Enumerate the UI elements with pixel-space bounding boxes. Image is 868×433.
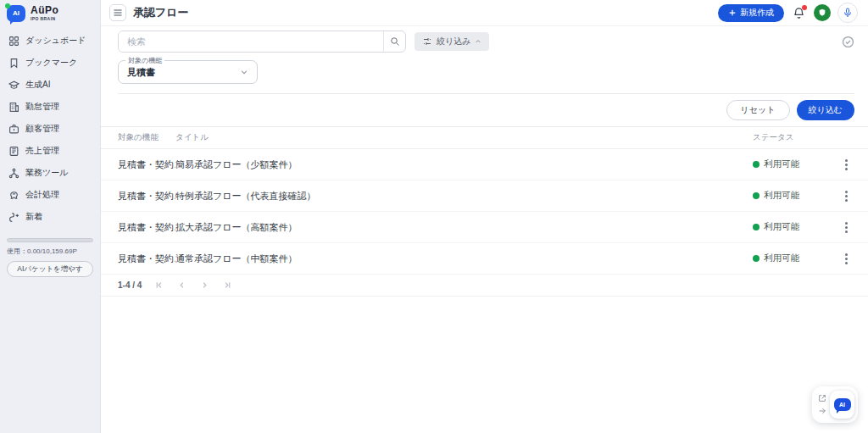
hamburger-icon [113,8,123,18]
customer-briefcase-icon [8,124,19,135]
filter-toggle-label: 絞り込み [437,36,470,47]
pagination: 1-4 / 4 [101,275,868,297]
ai-assistant-button[interactable]: AI [830,391,854,419]
status-dot-icon [753,192,760,199]
column-header-title: タイトル [175,132,753,143]
increase-ai-packets-button[interactable]: AIパケットを増やす [7,261,93,277]
usage-text: 使用：0.00/10,159.69P [7,247,93,256]
chevron-up-icon [475,38,481,45]
last-page-button[interactable] [222,280,233,291]
brand-ai-bubble-icon: AI [7,5,25,22]
sidebar-item-label: 新着 [25,211,42,223]
apply-filter-button[interactable]: 絞り込む [797,100,854,120]
filter-actions: リセット 絞り込む [118,94,854,126]
create-new-button[interactable]: 新規作成 [718,4,784,22]
notifications-button[interactable] [791,5,807,21]
voice-input-button[interactable] [837,3,858,23]
status-dot-icon [753,255,760,262]
column-header-status: ステータス [753,132,834,143]
select-value: 見積書 [127,66,155,79]
arrow-right-icon [818,407,826,415]
filter-toggle-button[interactable]: 絞り込み [415,32,489,51]
brand[interactable]: AI AüPo IPO BRAIN [0,0,100,26]
chevron-down-icon [240,68,248,76]
page-title: 承認フロー [133,5,189,20]
chevron-left-icon [177,280,186,290]
table-header-row: 対象の機能 タイトル ステータス [101,127,868,149]
status-dot-icon [753,224,760,230]
notification-badge [802,5,807,10]
table-row[interactable]: 見積書・契約… 簡易承認フロー（少額案件） 利用可能 [101,149,868,180]
column-header-function: 対象の機能 [118,132,175,143]
status-label: 利用可能 [764,158,799,170]
next-page-button[interactable] [199,280,210,291]
status-label: 利用可能 [764,190,799,202]
sidebar-item-label: 会計処理 [25,189,59,201]
sidebar-item-business-tools[interactable]: 業務ツール [0,162,100,184]
sliders-icon [422,36,432,47]
collapse-widget-button[interactable] [818,407,826,415]
cell-function: 見積書・契約… [118,158,175,171]
sidebar-item-generative-ai[interactable]: 生成AI [0,74,100,96]
table-row[interactable]: 見積書・契約… 拡大承認フロー（高額案件） 利用可能 [101,212,868,243]
sidebar-item-label: 売上管理 [25,145,59,157]
sidebar-item-accounting[interactable]: 会計処理 [0,184,100,206]
search-icon[interactable] [383,31,405,52]
sidebar-item-customer[interactable]: 顧客管理 [0,118,100,140]
cell-function: 見積書・契約… [118,253,175,265]
first-page-button[interactable] [153,280,164,291]
sidebar-item-dashboard[interactable]: ダッシュボード [0,30,100,52]
check-circle-icon[interactable] [842,36,854,48]
row-menu-button[interactable] [843,251,850,267]
bookmark-icon [8,58,19,69]
new-arrivals-icon [8,212,19,223]
select-floating-label: 対象の機能 [125,56,164,65]
ai-bubble-icon: AI [834,398,851,411]
previous-page-button[interactable] [176,280,187,291]
business-tools-hierarchy-icon [8,168,19,179]
table-row[interactable]: 見積書・契約… 通常承認フロー（中額案件） 利用可能 [101,243,868,275]
sidebar-item-bookmark[interactable]: ブックマーク [0,52,100,74]
status-dot-icon [753,161,760,168]
sidebar-item-label: 業務ツール [25,167,68,179]
reset-button[interactable]: リセット [726,100,790,120]
plus-icon [728,8,737,17]
row-menu-button[interactable] [843,219,850,236]
cell-title: 通常承認フロー（中額案件） [175,253,753,265]
first-page-icon [154,280,164,290]
cell-title: 特例承認フロー（代表直接確認） [175,190,753,203]
approval-flow-table: 対象の機能 タイトル ステータス 見積書・契約… 簡易承認フロー（少額案件） 利… [101,127,868,297]
usage-progress-bar [7,238,93,242]
menu-toggle-button[interactable] [109,4,126,21]
row-menu-button[interactable] [843,157,850,173]
external-link-icon [818,394,826,402]
sidebar-item-label: ダッシュボード [25,35,86,47]
main-content: 承認フロー 新規作成 [101,0,868,433]
microphone-icon [843,8,853,18]
cell-title: 簡易承認フロー（少額案件） [175,158,753,171]
dashboard-grid-icon [8,36,19,47]
sidebar-item-sales[interactable]: 売上管理 [0,140,100,162]
sales-ledger-icon [8,146,19,157]
table-row[interactable]: 見積書・契約… 特例承認フロー（代表直接確認） 利用可能 [101,180,868,212]
brand-subtitle: IPO BRAIN [31,16,58,21]
status-badge: 利用可能 [753,253,834,264]
status-label: 利用可能 [764,221,799,233]
sidebar-item-attendance[interactable]: 勤怠管理 [0,96,100,118]
ai-assistant-widget: AI [812,386,858,423]
target-function-select[interactable]: 対象の機能 見積書 [118,60,258,84]
sidebar-item-label: ブックマーク [25,57,77,69]
sidebar-item-new-arrivals[interactable]: 新着 [0,206,100,228]
sidebar-item-label: 顧客管理 [25,123,59,135]
attendance-building-icon [8,102,19,113]
open-external-button[interactable] [818,394,826,402]
pagination-range: 1-4 / 4 [118,280,142,290]
last-page-icon [223,280,232,290]
accounting-piggy-bank-icon [8,190,19,201]
row-menu-button[interactable] [843,188,850,204]
cell-title: 拡大承認フロー（高額案件） [175,221,753,234]
status-label: 利用可能 [764,253,799,264]
user-avatar[interactable] [814,4,831,21]
search-input[interactable] [119,31,383,52]
search-box [118,31,406,53]
